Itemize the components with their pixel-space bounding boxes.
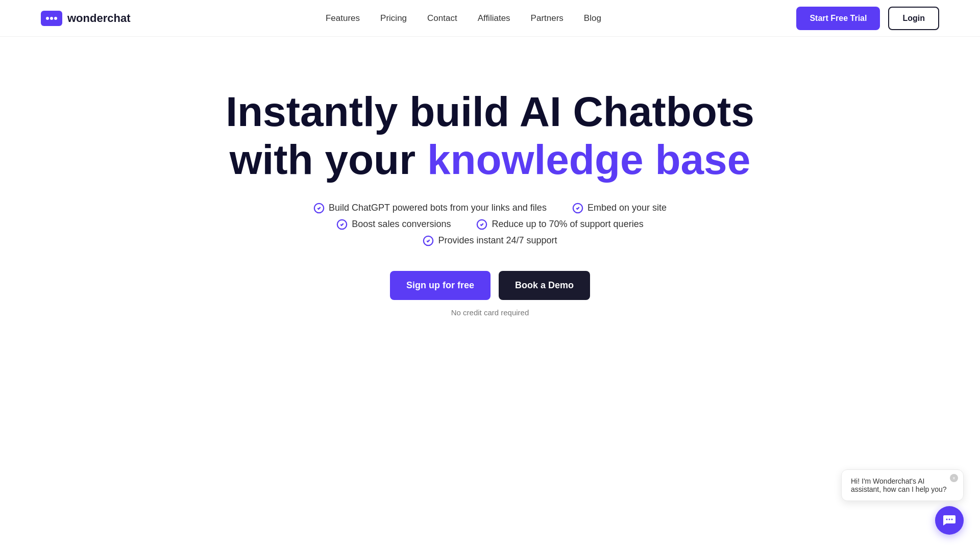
hero-features: Build ChatGPT powered bots from your lin… — [260, 203, 720, 246]
navbar: wonderchat Features Pricing Contact Affi… — [0, 0, 980, 37]
check-icon-3 — [336, 219, 348, 230]
check-icon-2 — [572, 203, 583, 214]
logo-icon — [41, 11, 62, 26]
feature-text-1: Build ChatGPT powered bots from your lin… — [329, 203, 547, 213]
svg-point-11 — [951, 519, 953, 520]
feature-text-3: Boost sales conversions — [352, 219, 451, 230]
chat-trigger-button[interactable] — [935, 506, 964, 535]
nav-contact[interactable]: Contact — [427, 13, 457, 23]
feature-item-5: Provides instant 24/7 support — [423, 235, 557, 246]
book-demo-button[interactable]: Book a Demo — [499, 271, 590, 300]
nav-blog[interactable]: Blog — [584, 13, 601, 23]
login-button[interactable]: Login — [888, 7, 939, 30]
hero-title-line1: Instantly build AI Chatbots — [226, 88, 754, 135]
nav-links: Features Pricing Contact Affiliates Part… — [326, 13, 601, 23]
chat-bubble-close-button[interactable]: × — [950, 474, 958, 482]
nav-actions: Start Free Trial Login — [796, 7, 939, 30]
nav-partners[interactable]: Partners — [531, 13, 564, 23]
svg-point-9 — [946, 519, 948, 520]
nav-affiliates[interactable]: Affiliates — [478, 13, 510, 23]
hero-title-highlight: knowledge base — [427, 136, 750, 183]
feature-item-2: Embed on your site — [572, 203, 667, 214]
hero-note: No credit card required — [451, 308, 529, 317]
svg-point-10 — [949, 519, 950, 520]
feature-text-2: Embed on your site — [587, 203, 667, 213]
check-icon-1 — [313, 203, 325, 214]
feature-text-4: Reduce up to 70% of support queries — [492, 219, 643, 230]
svg-point-3 — [54, 17, 57, 20]
feature-text-5: Provides instant 24/7 support — [438, 235, 557, 246]
svg-point-2 — [50, 17, 53, 20]
hero-title-line2-plain: with your — [230, 136, 427, 183]
hero-title: Instantly build AI Chatbots with your kn… — [226, 88, 754, 184]
feature-item-1: Build ChatGPT powered bots from your lin… — [313, 203, 547, 214]
nav-features[interactable]: Features — [326, 13, 360, 23]
chat-widget: × Hi! I'm Wonderchat's AI assistant, how… — [841, 469, 964, 535]
check-icon-4 — [476, 219, 487, 230]
feature-item-3: Boost sales conversions — [336, 219, 451, 230]
signup-button[interactable]: Sign up for free — [390, 271, 491, 300]
hero-cta: Sign up for free Book a Demo — [390, 271, 590, 300]
nav-pricing[interactable]: Pricing — [380, 13, 407, 23]
check-icon-5 — [423, 235, 434, 246]
start-trial-button[interactable]: Start Free Trial — [796, 7, 880, 30]
logo-text: wonderchat — [67, 12, 130, 25]
chat-bubble-text: Hi! I'm Wonderchat's AI assistant, how c… — [851, 477, 947, 493]
logo-link[interactable]: wonderchat — [41, 11, 130, 26]
chat-trigger-icon — [942, 513, 957, 528]
chat-bubble: × Hi! I'm Wonderchat's AI assistant, how… — [841, 469, 964, 501]
svg-point-1 — [46, 17, 49, 20]
hero-section: Instantly build AI Chatbots with your kn… — [0, 37, 980, 347]
feature-item-4: Reduce up to 70% of support queries — [476, 219, 643, 230]
